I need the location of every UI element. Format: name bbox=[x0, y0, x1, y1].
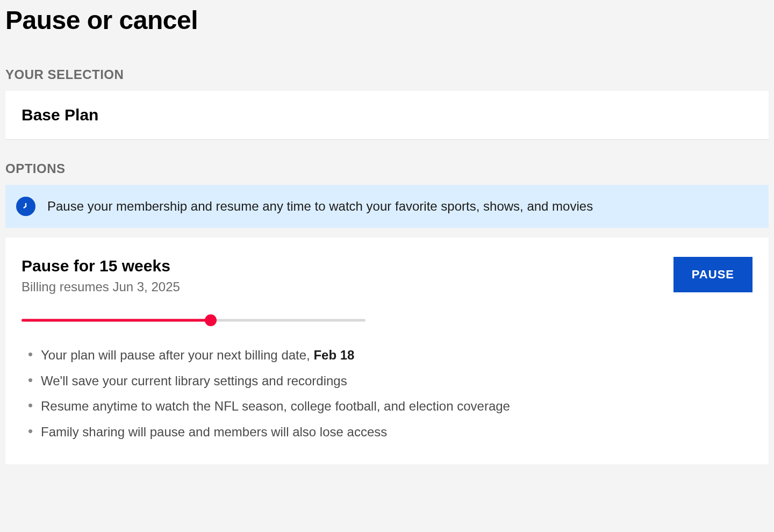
pause-duration-title: Pause for 15 weeks bbox=[22, 257, 180, 275]
pause-details-list: Your plan will pause after your next bil… bbox=[22, 346, 752, 441]
slider-fill bbox=[22, 319, 211, 322]
list-item: We'll save your current library settings… bbox=[26, 372, 752, 390]
plan-name: Base Plan bbox=[22, 106, 752, 124]
pause-button[interactable]: PAUSE bbox=[673, 257, 752, 292]
page-title: Pause or cancel bbox=[5, 5, 769, 35]
pause-card: Pause for 15 weeks Billing resumes Jun 3… bbox=[5, 238, 769, 464]
clock-icon bbox=[16, 197, 35, 216]
selection-section-label: YOUR SELECTION bbox=[5, 67, 769, 82]
list-item: Family sharing will pause and members wi… bbox=[26, 423, 752, 441]
list-item: Your plan will pause after your next bil… bbox=[26, 346, 752, 364]
slider-thumb[interactable] bbox=[205, 314, 217, 326]
list-item: Resume anytime to watch the NFL season, … bbox=[26, 397, 752, 415]
options-section-label: OPTIONS bbox=[5, 161, 769, 176]
pause-resume-date: Billing resumes Jun 3, 2025 bbox=[22, 279, 180, 294]
banner-text: Pause your membership and resume any tim… bbox=[47, 198, 593, 214]
pause-info-banner: Pause your membership and resume any tim… bbox=[5, 185, 769, 228]
pause-duration-slider[interactable] bbox=[22, 314, 366, 327]
selection-card: Base Plan bbox=[5, 91, 769, 140]
